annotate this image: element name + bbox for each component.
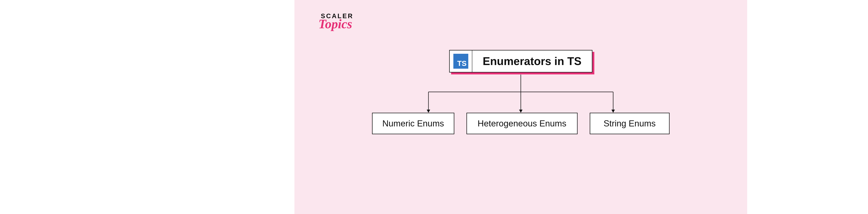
diagram-canvas: SCALER Topics TS Enumerators in TS (294, 0, 747, 214)
child-numeric-enums: Numeric Enums (372, 113, 454, 134)
connector-lines (294, 0, 747, 214)
svg-marker-6 (519, 110, 523, 113)
typescript-icon: TS (454, 54, 468, 69)
svg-marker-5 (427, 110, 430, 113)
scaler-topics-logo: SCALER Topics (321, 12, 353, 28)
root-title: Enumerators in TS (472, 50, 592, 72)
root-node: TS Enumerators in TS (449, 50, 592, 72)
root-node-box: TS Enumerators in TS (449, 50, 592, 72)
typescript-icon-label: TS (457, 59, 467, 68)
svg-marker-7 (612, 110, 615, 113)
ts-logo-cell: TS (450, 50, 472, 72)
child-heterogeneous-enums: Heterogeneous Enums (466, 113, 578, 134)
child-string-enums: String Enums (590, 113, 670, 134)
child-row: Numeric Enums Heterogeneous Enums String… (294, 113, 747, 134)
logo-line-2: Topics (318, 21, 353, 28)
